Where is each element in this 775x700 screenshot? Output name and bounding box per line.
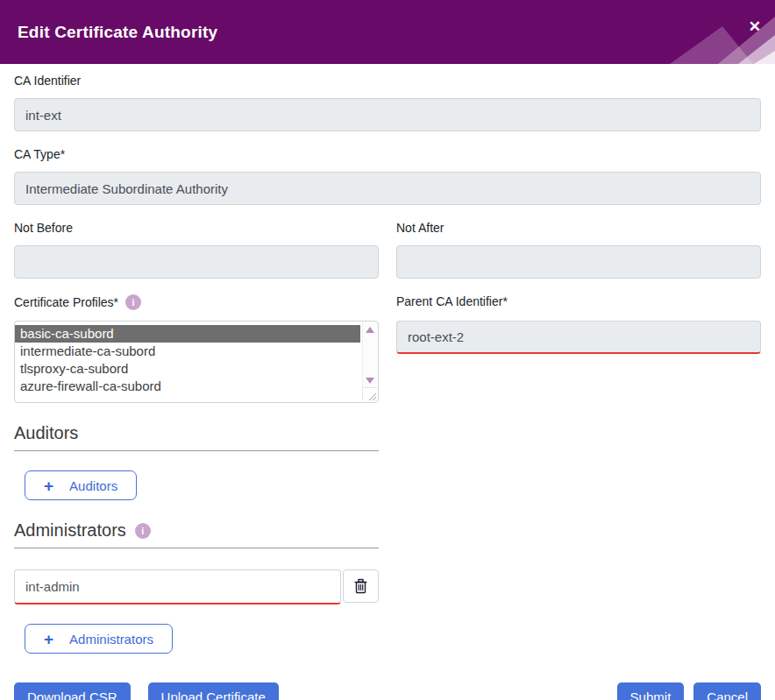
add-auditors-button[interactable]: + Auditors xyxy=(25,470,137,500)
add-auditors-label: Auditors xyxy=(69,478,117,493)
trash-icon xyxy=(353,578,368,594)
not-before-label: Not Before xyxy=(14,221,379,235)
upload-certificate-button[interactable]: Upload Certificate xyxy=(148,682,279,700)
ca-identifier-input xyxy=(14,98,761,131)
not-after-input xyxy=(396,245,761,279)
profile-option[interactable]: azure-firewall-ca-subord xyxy=(15,378,360,395)
profile-option[interactable]: tlsproxy-ca-subord xyxy=(15,360,360,378)
dialog-title: Edit Certificate Authority xyxy=(18,23,217,42)
edit-certificate-authority-dialog: Edit Certificate Authority ✕ CA Identifi… xyxy=(0,0,775,700)
parent-ca-identifier-input xyxy=(396,321,761,354)
add-administrators-button[interactable]: + Administrators xyxy=(25,624,173,654)
administrators-divider xyxy=(14,548,379,548)
add-administrators-label: Administrators xyxy=(69,632,153,647)
resize-grip-icon[interactable] xyxy=(362,387,377,401)
info-icon[interactable]: i xyxy=(135,523,151,539)
ca-identifier-label: CA Identifier xyxy=(14,74,761,88)
administrator-input[interactable] xyxy=(14,569,341,605)
administrators-heading: Administrators xyxy=(14,520,126,541)
delete-administrator-button[interactable] xyxy=(343,569,379,603)
administrators-section-title: Administrators i xyxy=(14,520,761,541)
listbox-scrollbar[interactable] xyxy=(362,322,377,387)
dialog-footer: Download CSR Upload Certificate Submit C… xyxy=(14,682,761,700)
profile-option[interactable]: basic-ca-subord xyxy=(15,325,360,343)
not-after-label: Not After xyxy=(396,221,761,235)
auditors-divider xyxy=(14,450,379,451)
not-before-input xyxy=(14,245,379,279)
submit-button[interactable]: Submit xyxy=(617,682,685,700)
certificate-profiles-listbox[interactable]: basic-ca-subord intermediate-ca-subord t… xyxy=(14,321,379,403)
administrator-entry-row xyxy=(14,569,379,605)
scroll-down-icon[interactable] xyxy=(366,378,374,384)
plus-icon: + xyxy=(44,631,53,647)
ca-type-label: CA Type* xyxy=(14,147,761,161)
profile-option[interactable]: intermediate-ca-subord xyxy=(15,343,360,360)
dialog-header: Edit Certificate Authority ✕ xyxy=(0,0,775,64)
auditors-section-title: Auditors xyxy=(14,423,761,443)
plus-icon: + xyxy=(44,477,53,494)
certificate-profiles-label: Certificate Profiles* xyxy=(14,295,118,309)
dialog-body: CA Identifier CA Type* Not Before Not Af… xyxy=(0,64,775,700)
parent-ca-identifier-label: Parent CA Identifier* xyxy=(396,294,761,308)
cancel-button[interactable]: Cancel xyxy=(693,682,761,700)
scroll-up-icon[interactable] xyxy=(366,327,374,333)
download-csr-button[interactable]: Download CSR xyxy=(14,682,131,700)
auditors-heading: Auditors xyxy=(14,423,78,443)
ca-type-input xyxy=(14,172,761,205)
info-icon[interactable]: i xyxy=(125,294,141,310)
close-icon[interactable]: ✕ xyxy=(749,19,761,34)
